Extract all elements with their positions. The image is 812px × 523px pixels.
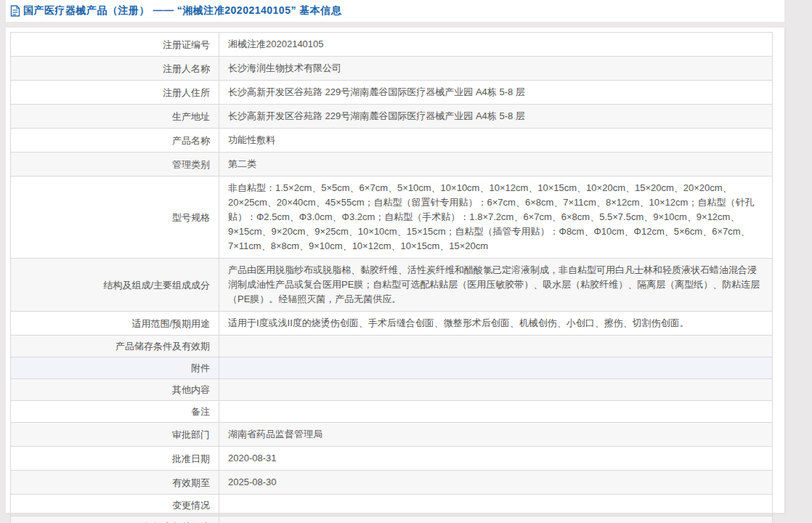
page-header: 国产医疗器械产品（注册） —— “湘械注准20202140105” 基本信息	[6, 0, 784, 22]
row-label: 变更情况	[11, 495, 219, 516]
row-value: 长沙海润生物技术有限公司	[219, 57, 773, 81]
table-row: 数据库相关备注	[11, 516, 773, 523]
row-value: 功能性敷料	[219, 129, 773, 153]
table-row: 变更情况	[11, 495, 773, 516]
row-label: 结构及组成/主要组成成分	[11, 259, 219, 312]
table-row: 其他内容	[11, 379, 773, 401]
table-row: 备注	[11, 401, 773, 423]
table-row: 产品储存条件及有效期	[11, 336, 773, 357]
table-row: 注册人名称长沙海润生物技术有限公司	[11, 57, 773, 81]
row-label: 产品名称	[11, 129, 219, 153]
row-label: 批准日期	[11, 447, 219, 471]
row-label: 注册证编号	[11, 33, 219, 57]
row-label: 生产地址	[11, 105, 219, 129]
row-value: 适用于I度或浅II度的烧烫伤创面、手术后缝合创面、微整形术后创面、机械创伤、小创…	[219, 312, 773, 336]
row-value: 长沙高新开发区谷苑路 229号湖南麓谷国际医疗器械产业园 A4栋 5-8 层	[219, 105, 773, 129]
row-value: 湖南省药品监督管理局	[219, 423, 773, 447]
table-row: 有效期至2025-08-30	[11, 471, 773, 495]
row-value	[219, 495, 773, 516]
table-row: 附件	[11, 357, 773, 379]
table-row: 型号规格非自粘型：1.5×2cm、5×5cm、6×7cm、5×10cm、10×1…	[11, 177, 773, 259]
row-value: 非自粘型：1.5×2cm、5×5cm、6×7cm、5×10cm、10×10cm、…	[219, 177, 773, 259]
row-value: 产品由医用脱脂纱布或脱脂棉、黏胶纤维、活性炭纤维和醋酸氯已定溶液制成，非自粘型可…	[219, 259, 773, 312]
row-value	[219, 357, 773, 379]
page: 国产医疗器械产品（注册） —— “湘械注准20202140105” 基本信息 注…	[0, 0, 812, 523]
basic-info-table: 注册证编号湘械注准20202140105注册人名称长沙海润生物技术有限公司注册人…	[10, 32, 773, 523]
info-card: 注册证编号湘械注准20202140105注册人名称长沙海润生物技术有限公司注册人…	[6, 28, 784, 513]
page-title: 国产医疗器械产品（注册） —— “湘械注准20202140105” 基本信息	[23, 4, 341, 17]
row-label: 附件	[11, 357, 219, 379]
row-value	[219, 336, 773, 357]
row-label: 型号规格	[11, 177, 219, 259]
table-row: 批准日期2020-08-31	[11, 447, 773, 471]
row-value: 湘械注准20202140105	[219, 33, 773, 57]
row-label: 有效期至	[11, 471, 219, 495]
row-label: 适用范围/预期用途	[11, 312, 219, 336]
table-row: 审批部门湖南省药品监督管理局	[11, 423, 773, 447]
row-value: 2025-08-30	[219, 471, 773, 495]
row-label: 数据库相关备注	[11, 516, 219, 523]
table-row: 结构及组成/主要组成成分产品由医用脱脂纱布或脱脂棉、黏胶纤维、活性炭纤维和醋酸氯…	[11, 259, 773, 312]
row-label: 注册人名称	[11, 57, 219, 81]
row-label: 管理类别	[11, 153, 219, 177]
row-label: 审批部门	[11, 423, 219, 447]
table-row: 注册人住所长沙高新开发区谷苑路 229号湖南麓谷国际医疗器械产业园 A4栋 5-…	[11, 81, 773, 105]
row-value	[219, 379, 773, 401]
table-row: 生产地址长沙高新开发区谷苑路 229号湖南麓谷国际医疗器械产业园 A4栋 5-8…	[11, 105, 773, 129]
row-value	[219, 516, 773, 523]
row-label: 产品储存条件及有效期	[11, 336, 219, 357]
row-label: 备注	[11, 401, 219, 423]
row-label: 注册人住所	[11, 81, 219, 105]
table-row: 产品名称功能性敷料	[11, 129, 773, 153]
document-icon	[10, 5, 20, 17]
table-row: 管理类别第二类	[11, 153, 773, 177]
table-row: 注册证编号湘械注准20202140105	[11, 33, 773, 57]
row-label: 其他内容	[11, 379, 219, 401]
row-value: 长沙高新开发区谷苑路 229号湖南麓谷国际医疗器械产业园 A4栋 5-8 层	[219, 81, 773, 105]
row-value	[219, 401, 773, 423]
row-value: 2020-08-31	[219, 447, 773, 471]
table-row: 适用范围/预期用途适用于I度或浅II度的烧烫伤创面、手术后缝合创面、微整形术后创…	[11, 312, 773, 336]
row-value: 第二类	[219, 153, 773, 177]
